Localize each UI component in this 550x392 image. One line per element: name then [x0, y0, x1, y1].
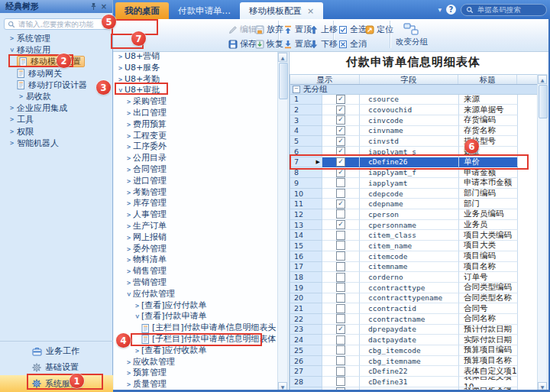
sidebar-tree-item[interactable]: >易收款	[0, 91, 113, 102]
row-checkbox[interactable]	[336, 356, 345, 365]
row-checkbox[interactable]	[336, 367, 345, 376]
nav-scrollbar[interactable]: ▲ ▼	[277, 52, 288, 392]
nav-tree-item[interactable]: [子栏目]付款申请单信息明细表体	[114, 334, 277, 345]
nav-tree-item[interactable]: >U8+营销	[114, 52, 277, 63]
row-checkbox[interactable]: ✓	[336, 126, 345, 135]
table-row[interactable]: 25cbg_itemcode预算项目编码	[290, 345, 537, 356]
chevron-right-icon[interactable]: >	[8, 126, 16, 138]
table-row[interactable]: 1✓csource来源	[290, 95, 537, 105]
nav-tree-item[interactable]: >预算管理	[114, 368, 277, 379]
nav-tree-item[interactable]: >质量管理	[114, 379, 277, 390]
table-row[interactable]: 5✓cinvstd规格型号	[290, 136, 537, 147]
row-checkbox[interactable]	[336, 377, 345, 386]
row-checkbox[interactable]	[336, 283, 345, 292]
table-row[interactable]: 18corderno订单号	[290, 272, 537, 283]
nav-tree-item[interactable]: >[查看]付款申请单	[114, 311, 277, 322]
table-row[interactable]: 14citem_class项目大类编码	[290, 230, 537, 241]
move-up-button[interactable]: 上移	[307, 22, 340, 37]
close-icon[interactable]: ×	[307, 7, 314, 15]
chevron-right-icon[interactable]: >	[125, 277, 133, 289]
table-row[interactable]: 22ccontractname合同名称	[290, 314, 537, 325]
chevron-right-icon[interactable]: >	[8, 102, 16, 114]
chevron-right-icon[interactable]: >	[125, 266, 133, 277]
table-row[interactable]: 19ccontracttype合同类型编码	[290, 283, 537, 293]
change-group-button[interactable]: 改变分组	[393, 21, 431, 50]
chevron-right-icon[interactable]: >	[125, 153, 133, 164]
chevron-right-icon[interactable]: >	[125, 254, 133, 266]
chevron-right-icon[interactable]: >	[125, 176, 133, 187]
row-checkbox[interactable]	[336, 273, 345, 282]
barcode-search-input[interactable]	[476, 5, 546, 15]
tab-1[interactable]: 付款申请单…	[169, 2, 240, 19]
table-row[interactable]: 20ccontracttypename合同类型名称	[290, 293, 537, 304]
nav-tree-item[interactable]: >费用预算	[114, 119, 277, 131]
nav-tree-item[interactable]: >库存管理	[114, 198, 277, 209]
chevron-right-icon[interactable]: >	[125, 164, 133, 176]
sidebar-tree-item[interactable]: >企业应用集成	[0, 102, 113, 114]
nav-tree-item[interactable]: >进口管理	[114, 176, 277, 187]
table-row[interactable]: 24dactpaydate实际付款日期	[290, 335, 537, 345]
row-checkbox[interactable]	[336, 231, 345, 240]
move-down-button[interactable]: 下移	[307, 37, 340, 51]
row-checkbox[interactable]	[336, 209, 345, 219]
row-checkbox[interactable]: ✓	[336, 147, 345, 156]
sidebar-item-system-service[interactable]: 系统服务	[0, 375, 113, 392]
row-checkbox[interactable]: ✓	[336, 220, 345, 229]
chevron-right-icon[interactable]: >	[17, 91, 25, 102]
nav-tree-item[interactable]: >考勤管理	[114, 187, 277, 199]
close-icon[interactable]: ×	[99, 2, 109, 11]
row-checkbox[interactable]	[336, 304, 345, 313]
chevron-down-icon[interactable]: >	[131, 313, 143, 321]
table-row[interactable]: 6✓iapplyamt_s数量	[290, 147, 537, 157]
row-checkbox[interactable]: ✓	[336, 199, 345, 209]
chevron-right-icon[interactable]: >	[125, 379, 133, 390]
row-checkbox[interactable]: ✓	[336, 168, 345, 177]
chevron-right-icon[interactable]: >	[125, 244, 133, 255]
nav-tree-item[interactable]: >[查看]应付付款单	[114, 300, 277, 312]
row-checkbox[interactable]: ✓	[336, 325, 345, 334]
chevron-down-icon[interactable]: ▼	[438, 7, 442, 12]
row-checkbox[interactable]	[336, 345, 345, 355]
row-checkbox[interactable]: ✓	[336, 137, 345, 146]
tab-0[interactable]: 我的桌面	[115, 2, 169, 19]
nav-tree-item[interactable]: >U8+考勤	[114, 74, 277, 86]
table-row[interactable]: 13✓cpersonname业务员	[290, 220, 537, 231]
chevron-right-icon[interactable]: >	[125, 119, 133, 131]
sidebar-tree-item[interactable]: >系统管理	[0, 33, 113, 44]
nav-tree-item[interactable]: >公用目录	[114, 153, 277, 164]
chevron-right-icon[interactable]: >	[8, 114, 16, 125]
nav-tree-item[interactable]: >工程变更	[114, 131, 277, 142]
chevron-right-icon[interactable]: >	[8, 33, 16, 44]
chevron-right-icon[interactable]: >	[125, 232, 133, 244]
table-row[interactable]: 27cDefine22表体自定义项1	[290, 366, 537, 377]
table-row[interactable]: 4✓cinvname存货名称	[290, 126, 537, 137]
table-row[interactable]: 17citemname项目名称	[290, 262, 537, 273]
chevron-right-icon[interactable]: >	[133, 345, 141, 357]
sidebar-item-basic-settings[interactable]: 基础设置	[0, 359, 113, 375]
sidebar-tree-item[interactable]: >工具	[0, 114, 113, 125]
table-row[interactable]: 3✓cinvcode存货编码	[290, 115, 537, 126]
sidebar-tree-item[interactable]: >智能机器人	[0, 138, 113, 149]
table-row[interactable]: 15citem_name项目大类	[290, 241, 537, 251]
row-checkbox[interactable]	[336, 314, 345, 323]
chevron-down-icon[interactable]: >	[115, 86, 126, 95]
collapse-group-icon[interactable]: −	[293, 86, 300, 93]
sidebar-tree-item[interactable]: >移动应用	[0, 44, 113, 56]
row-checkbox[interactable]	[336, 251, 345, 261]
nav-tree-item[interactable]: >人事管理	[114, 209, 277, 221]
chevron-right-icon[interactable]: >	[116, 63, 125, 74]
nav-tree-item[interactable]: >出口管理	[114, 108, 277, 119]
scroll-up-icon[interactable]: ▲	[538, 75, 547, 84]
row-checkbox[interactable]: ✓	[336, 95, 345, 104]
row-checkbox[interactable]	[336, 178, 345, 187]
sidebar-item-business-work[interactable]: 业务工作	[0, 343, 113, 359]
row-checkbox[interactable]: ✓	[336, 115, 345, 125]
chevron-down-icon[interactable]: >	[123, 290, 134, 299]
table-row[interactable]: 28cDefine31表体自定义项10	[290, 377, 537, 387]
chevron-right-icon[interactable]: >	[125, 131, 133, 142]
table-row[interactable]: 7▶✓cDefine26单价	[290, 157, 537, 168]
nav-tree-item[interactable]: >委外管理	[114, 244, 277, 255]
nav-tree-item[interactable]: >物料清单	[114, 254, 277, 266]
sidebar-tree-item[interactable]: >权限	[0, 126, 113, 138]
table-row[interactable]: 12cperson业务员编码	[290, 209, 537, 220]
